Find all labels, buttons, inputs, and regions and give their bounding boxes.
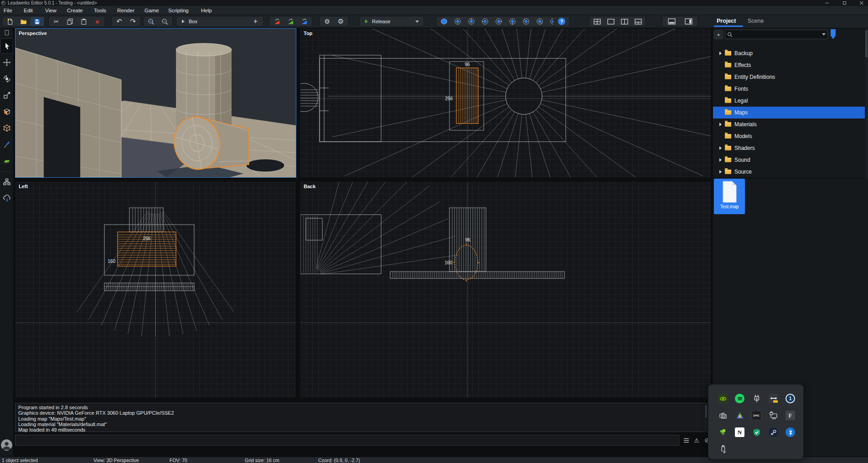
paste-button[interactable] (77, 17, 90, 26)
expander-icon[interactable] (719, 170, 722, 174)
console-log-list-button[interactable] (682, 436, 690, 444)
tree-item-sound[interactable]: Sound (713, 154, 865, 166)
search-input[interactable] (733, 32, 822, 37)
help-button[interactable]: ? (555, 17, 568, 26)
tray-1password[interactable]: 1 (782, 390, 799, 407)
tray-terraria[interactable] (714, 424, 731, 441)
expander-icon[interactable] (719, 158, 722, 162)
menu-view[interactable]: View (45, 6, 57, 15)
scale-tool[interactable] (0, 87, 13, 103)
file-testmap[interactable]: Test.map (714, 179, 745, 214)
expander-icon[interactable] (719, 51, 722, 55)
viewport-left[interactable]: Left 256 160 (15, 181, 296, 398)
tree-item-backup[interactable]: Backup (713, 47, 865, 59)
tree-item-source[interactable]: Source (713, 166, 865, 178)
console-scrollbar[interactable] (705, 404, 708, 431)
menu-tools[interactable]: Tools (94, 6, 106, 15)
run-mode-dropdown[interactable]: Release (361, 17, 423, 26)
tree-item-maps[interactable]: Maps (713, 107, 865, 118)
tree-item-fonts[interactable]: Fonts (713, 83, 865, 95)
layout-vsplit-button[interactable] (618, 17, 631, 26)
cut-button[interactable]: ✂ (50, 17, 63, 26)
sphere-tool-2-button[interactable] (465, 17, 478, 26)
select-tool[interactable] (0, 38, 13, 54)
add-asset-button[interactable]: + (714, 30, 723, 39)
tree-item-models[interactable]: Models (713, 130, 865, 142)
menu-scripting[interactable]: Scripting (168, 6, 189, 15)
zoom-out-button[interactable] (158, 17, 171, 26)
terrain-tool[interactable] (0, 153, 13, 169)
new-object-tool[interactable] (0, 29, 13, 37)
tray-notion[interactable]: N (731, 424, 748, 441)
tree-item-shaders[interactable]: Shaders (713, 142, 865, 154)
tray-antivirus[interactable] (748, 424, 765, 441)
tray-bluetooth[interactable] (782, 424, 799, 441)
hexagon-object-button[interactable] (437, 17, 450, 26)
save-button[interactable] (31, 17, 44, 26)
paint-tool[interactable] (0, 137, 13, 152)
vertex-edit-tool[interactable] (0, 120, 13, 136)
face-edit-tool[interactable] (0, 104, 13, 119)
redo-button[interactable]: ↷ (126, 17, 140, 26)
tab-scene[interactable]: Scene (748, 15, 764, 27)
tray-power-plug[interactable] (748, 390, 765, 407)
menu-game[interactable]: Game (145, 6, 159, 15)
rotate-z-button[interactable] (298, 17, 311, 26)
sphere-tool-7-button[interactable] (533, 17, 546, 26)
rotate-x-button[interactable] (270, 17, 284, 26)
menu-render[interactable]: Render (117, 6, 134, 15)
open-button[interactable] (17, 17, 30, 26)
settings-button[interactable]: ⚙ (320, 17, 334, 26)
tree-item-legal[interactable]: Legal (713, 95, 865, 107)
viewport-top[interactable]: Top 96 256 (300, 28, 711, 178)
minimize-button[interactable] (824, 0, 830, 6)
menu-file[interactable]: File (4, 6, 12, 15)
expander-icon[interactable] (719, 123, 722, 126)
tray-epic-games[interactable]: EPIC (748, 407, 765, 424)
panel-splitter-handle[interactable] (831, 29, 836, 39)
rotate-tool[interactable] (0, 71, 13, 87)
move-tool[interactable] (0, 55, 13, 70)
console-warnings-button[interactable]: ⚠ (692, 436, 701, 444)
layout-triple-button[interactable] (631, 17, 645, 26)
primitive-dropdown[interactable]: Box (177, 17, 248, 26)
zoom-in-button[interactable] (145, 17, 158, 26)
options-button[interactable]: ⚙ (334, 17, 347, 26)
toggle-bottom-panel-button[interactable] (663, 17, 680, 26)
sphere-tool-6-button[interactable] (519, 17, 532, 26)
tray-remote-desktop[interactable] (765, 407, 782, 424)
new-file-button[interactable] (3, 17, 16, 26)
layout-single-button[interactable] (604, 17, 617, 26)
viewport-perspective[interactable]: Perspective (15, 28, 296, 178)
layout-quad-button[interactable] (590, 17, 604, 26)
cloud-download-tool[interactable] (0, 190, 13, 206)
menu-edit[interactable]: Edit (24, 6, 33, 15)
rotate-y-button[interactable] (284, 17, 297, 26)
tree-scrollbar[interactable] (865, 28, 868, 179)
account-avatar[interactable] (1, 439, 12, 451)
flowgraph-tool[interactable] (0, 174, 13, 190)
sphere-tool-1-button[interactable] (451, 17, 464, 26)
tree-item-effects[interactable]: Effects (713, 59, 865, 71)
maximize-button[interactable] (842, 0, 847, 6)
console-input[interactable] (16, 435, 679, 445)
delete-button[interactable]: × (91, 17, 104, 26)
sphere-tool-3-button[interactable] (478, 17, 491, 26)
tray-snipping-tool[interactable] (714, 407, 731, 424)
tray-f-app[interactable]: F (782, 407, 799, 424)
sphere-tool-4-button[interactable] (492, 17, 505, 26)
tree-item-materials[interactable]: Materials (713, 118, 865, 130)
menu-create[interactable]: Create (67, 6, 83, 15)
add-primitive-button[interactable]: + (249, 17, 262, 26)
menu-help[interactable]: Help (201, 6, 212, 15)
search-filter-caret-icon[interactable] (822, 33, 826, 36)
copy-button[interactable] (63, 17, 77, 26)
sphere-tool-5-button[interactable] (506, 17, 519, 26)
tray-spotify[interactable] (731, 390, 748, 407)
undo-button[interactable]: ↶ (113, 17, 126, 26)
expander-icon[interactable] (719, 146, 722, 150)
viewport-back[interactable]: Back 96 160 (300, 181, 711, 398)
console-log[interactable]: Program started in 2.8 seconds Graphics … (15, 403, 709, 432)
tray-usb[interactable] (714, 441, 731, 458)
close-button[interactable] (859, 0, 864, 6)
